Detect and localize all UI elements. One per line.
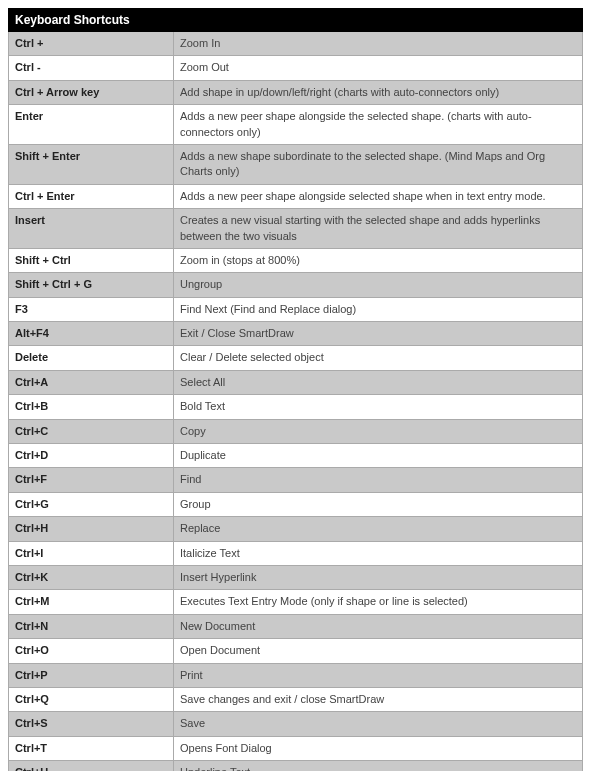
- shortcut-description: Find Next (Find and Replace dialog): [174, 297, 583, 321]
- shortcut-key: Shift + Ctrl: [9, 248, 174, 272]
- shortcut-description: Duplicate: [174, 444, 583, 468]
- shortcut-key: Insert: [9, 209, 174, 249]
- shortcut-description: Group: [174, 492, 583, 516]
- table-row: Ctrl+KInsert Hyperlink: [9, 565, 583, 589]
- shortcut-key: Shift + Enter: [9, 144, 174, 184]
- shortcut-key: Ctrl + Arrow key: [9, 80, 174, 104]
- table-row: Ctrl+PPrint: [9, 663, 583, 687]
- table-row: InsertCreates a new visual starting with…: [9, 209, 583, 249]
- shortcut-key: Ctrl+B: [9, 395, 174, 419]
- shortcut-key: Ctrl+C: [9, 419, 174, 443]
- shortcut-description: New Document: [174, 614, 583, 638]
- shortcut-key: Ctrl+O: [9, 639, 174, 663]
- shortcut-description: Replace: [174, 517, 583, 541]
- table-row: Ctrl+UUnderline Text: [9, 761, 583, 771]
- table-row: Ctrl+ASelect All: [9, 370, 583, 394]
- shortcut-description: Ungroup: [174, 273, 583, 297]
- table-row: F3Find Next (Find and Replace dialog): [9, 297, 583, 321]
- table-row: EnterAdds a new peer shape alongside the…: [9, 105, 583, 145]
- shortcut-key: Ctrl+M: [9, 590, 174, 614]
- table-row: Ctrl+MExecutes Text Entry Mode (only if …: [9, 590, 583, 614]
- shortcut-description: Zoom in (stops at 800%): [174, 248, 583, 272]
- shortcut-description: Exit / Close SmartDraw: [174, 322, 583, 346]
- table-row: Ctrl+HReplace: [9, 517, 583, 541]
- table-row: Shift + CtrlZoom in (stops at 800%): [9, 248, 583, 272]
- table-row: Shift + Ctrl + GUngroup: [9, 273, 583, 297]
- shortcut-key: Ctrl+G: [9, 492, 174, 516]
- shortcut-description: Clear / Delete selected object: [174, 346, 583, 370]
- shortcut-key: Ctrl +: [9, 32, 174, 56]
- keyboard-shortcuts-table: Keyboard Shortcuts Ctrl +Zoom InCtrl -Zo…: [8, 8, 583, 771]
- table-row: Ctrl -Zoom Out: [9, 56, 583, 80]
- shortcut-description: Insert Hyperlink: [174, 565, 583, 589]
- shortcut-key: Enter: [9, 105, 174, 145]
- shortcut-description: Opens Font Dialog: [174, 736, 583, 760]
- shortcut-key: Ctrl+S: [9, 712, 174, 736]
- shortcut-key: Delete: [9, 346, 174, 370]
- table-row: Ctrl+TOpens Font Dialog: [9, 736, 583, 760]
- shortcut-description: Save: [174, 712, 583, 736]
- table-row: DeleteClear / Delete selected object: [9, 346, 583, 370]
- shortcut-description: Creates a new visual starting with the s…: [174, 209, 583, 249]
- table-row: Alt+F4Exit / Close SmartDraw: [9, 322, 583, 346]
- table-row: Ctrl+BBold Text: [9, 395, 583, 419]
- table-row: Ctrl+OOpen Document: [9, 639, 583, 663]
- shortcut-description: Zoom In: [174, 32, 583, 56]
- shortcut-key: Ctrl+K: [9, 565, 174, 589]
- table-row: Shift + EnterAdds a new shape subordinat…: [9, 144, 583, 184]
- table-row: Ctrl+FFind: [9, 468, 583, 492]
- table-row: Ctrl+NNew Document: [9, 614, 583, 638]
- shortcut-key: Ctrl+Q: [9, 687, 174, 711]
- shortcut-description: Adds a new shape subordinate to the sele…: [174, 144, 583, 184]
- table-row: Ctrl+DDuplicate: [9, 444, 583, 468]
- shortcut-description: Print: [174, 663, 583, 687]
- shortcut-description: Underline Text: [174, 761, 583, 771]
- shortcut-key: F3: [9, 297, 174, 321]
- shortcut-key: Ctrl+U: [9, 761, 174, 771]
- table-row: Ctrl +Zoom In: [9, 32, 583, 56]
- table-row: Ctrl + Arrow keyAdd shape in up/down/lef…: [9, 80, 583, 104]
- shortcut-description: Adds a new peer shape alongside selected…: [174, 184, 583, 208]
- shortcut-key: Ctrl + Enter: [9, 184, 174, 208]
- shortcut-description: Copy: [174, 419, 583, 443]
- shortcut-key: Ctrl+H: [9, 517, 174, 541]
- table-row: Ctrl + EnterAdds a new peer shape alongs…: [9, 184, 583, 208]
- shortcut-description: Add shape in up/down/left/right (charts …: [174, 80, 583, 104]
- shortcut-key: Ctrl+P: [9, 663, 174, 687]
- shortcut-description: Executes Text Entry Mode (only if shape …: [174, 590, 583, 614]
- table-row: Ctrl+GGroup: [9, 492, 583, 516]
- shortcut-description: Zoom Out: [174, 56, 583, 80]
- shortcut-description: Select All: [174, 370, 583, 394]
- shortcut-key: Ctrl+I: [9, 541, 174, 565]
- shortcut-key: Alt+F4: [9, 322, 174, 346]
- table-row: Ctrl+CCopy: [9, 419, 583, 443]
- shortcut-key: Ctrl -: [9, 56, 174, 80]
- shortcut-key: Shift + Ctrl + G: [9, 273, 174, 297]
- shortcut-key: Ctrl+D: [9, 444, 174, 468]
- table-title: Keyboard Shortcuts: [9, 9, 583, 32]
- shortcut-key: Ctrl+T: [9, 736, 174, 760]
- shortcut-description: Save changes and exit / close SmartDraw: [174, 687, 583, 711]
- shortcut-key: Ctrl+A: [9, 370, 174, 394]
- shortcut-description: Italicize Text: [174, 541, 583, 565]
- shortcut-description: Bold Text: [174, 395, 583, 419]
- shortcut-description: Open Document: [174, 639, 583, 663]
- shortcut-description: Adds a new peer shape alongside the sele…: [174, 105, 583, 145]
- table-row: Ctrl+IItalicize Text: [9, 541, 583, 565]
- shortcut-key: Ctrl+N: [9, 614, 174, 638]
- table-row: Ctrl+QSave changes and exit / close Smar…: [9, 687, 583, 711]
- shortcut-description: Find: [174, 468, 583, 492]
- table-row: Ctrl+SSave: [9, 712, 583, 736]
- shortcut-key: Ctrl+F: [9, 468, 174, 492]
- table-header-row: Keyboard Shortcuts: [9, 9, 583, 32]
